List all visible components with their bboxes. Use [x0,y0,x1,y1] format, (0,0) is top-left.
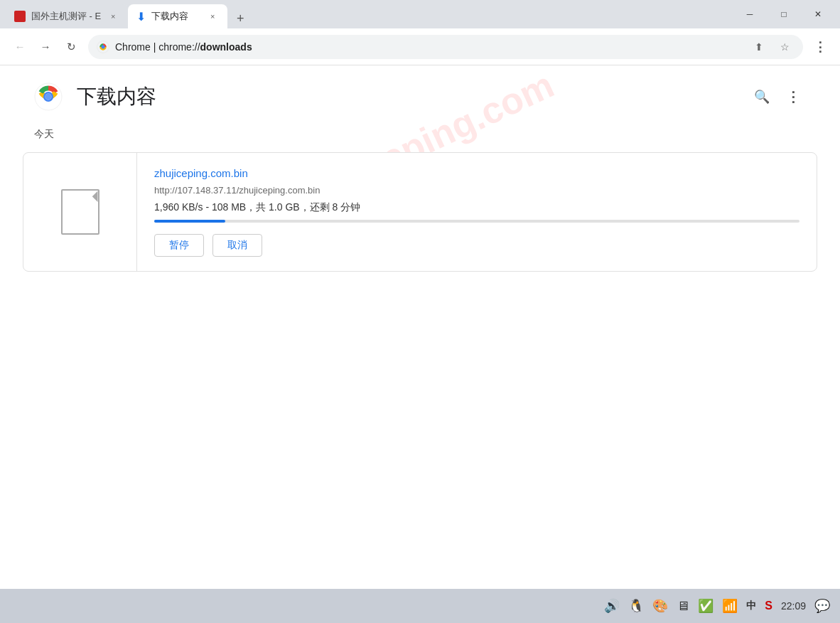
taskbar-input-method[interactable]: 中 [745,598,758,614]
address-domain: Chrome | chrome:// [115,41,200,53]
clock-time: 22:09 [781,600,806,612]
progress-bar-fill [154,220,225,223]
volume-icon: 🔊 [604,598,620,614]
section-today: 今天 [0,122,840,147]
input-method-icon: 中 [746,600,756,612]
taskbar-color[interactable]: 🎨 [651,597,669,615]
title-bar: 国外主机测评 - E × ⬇ 下载内容 × + ─ □ ✕ [0,0,840,28]
nav-bar: ← → ↻ Chrome | chrome://downloads ⬆ ☆ ⋮ [0,28,840,65]
taskbar-clock: 22:09 [780,599,807,613]
address-text: Chrome | chrome://downloads [115,41,743,53]
reload-button[interactable]: ↻ [60,36,82,58]
download-url: http://107.148.37.11/zhujiceping.com.bin [154,185,799,196]
download-file-icon-area [23,153,137,271]
qq-icon: 🐧 [628,598,644,614]
window-controls: ─ □ ✕ [733,3,834,26]
taskbar-check[interactable]: ✅ [696,597,715,615]
maximize-button[interactable]: □ [768,3,800,26]
back-button[interactable]: ← [9,36,31,58]
download-actions: 暂停 取消 [154,234,799,257]
close-button[interactable]: ✕ [802,3,834,26]
page-content: zhujiceping.com 下载内容 🔍 ⋮ [0,65,840,589]
file-icon [61,189,99,235]
address-path: downloads [200,41,252,53]
download-info: zhujiceping.com.bin http://107.148.37.11… [137,153,817,271]
wifi-icon: 📶 [722,598,738,614]
bookmark-button[interactable]: ☆ [775,37,795,57]
page-header-actions: 🔍 ⋮ [749,84,806,110]
download-status: 1,960 KB/s - 108 MB，共 1.0 GB，还剩 8 分钟 [154,201,799,214]
taskbar-qq[interactable]: 🐧 [627,597,645,615]
cancel-button[interactable]: 取消 [212,234,262,257]
page-header: 下载内容 🔍 ⋮ [0,65,840,122]
taskbar-volume[interactable]: 🔊 [603,597,621,615]
tab2-close-button[interactable]: × [206,10,219,23]
display-icon: 🖥 [677,599,689,614]
tab-1[interactable]: 国外主机测评 - E × [6,4,128,28]
tab1-favicon [14,11,26,22]
sogou-icon: S [765,600,772,612]
download-card: zhujiceping.com.bin http://107.148.37.11… [23,152,817,272]
tab1-title: 国外主机测评 - E [31,10,101,23]
check-icon: ✅ [698,598,714,614]
address-bar[interactable]: Chrome | chrome://downloads ⬆ ☆ [88,35,803,59]
new-tab-button[interactable]: + [230,9,250,28]
share-button[interactable]: ⬆ [749,37,769,57]
chrome-logo [34,82,63,111]
forward-button[interactable]: → [34,36,57,58]
taskbar-notification[interactable]: 💬 [813,597,831,615]
color-icon: 🎨 [652,598,668,614]
progress-bar-container [154,220,799,223]
menu-button[interactable]: ⋮ [809,36,831,58]
taskbar-display[interactable]: 🖥 [675,597,691,615]
tab2-favicon: ⬇ [136,10,146,23]
notification-icon: 💬 [814,598,830,614]
tab-2[interactable]: ⬇ 下载内容 × [128,4,227,28]
download-filename[interactable]: zhujiceping.com.bin [154,167,799,179]
tab2-title: 下载内容 [151,10,200,23]
svg-point-3 [102,45,105,48]
tab1-close-button[interactable]: × [107,10,119,23]
pause-button[interactable]: 暂停 [154,234,204,257]
page-title: 下载内容 [77,83,156,110]
page-header-left: 下载内容 [34,82,156,111]
chrome-address-icon [97,41,109,53]
toolbar-end: ⋮ [809,36,831,58]
page-menu-button[interactable]: ⋮ [780,84,806,110]
taskbar-sogou[interactable]: S [763,598,774,614]
taskbar: 🔊 🐧 🎨 🖥 ✅ 📶 中 S 22:09 💬 [0,589,840,623]
taskbar-wifi[interactable]: 📶 [721,597,739,615]
svg-point-7 [45,94,52,100]
search-icon-button[interactable]: 🔍 [749,84,775,110]
minimize-button[interactable]: ─ [733,3,766,26]
tabs-area: 国外主机测评 - E × ⬇ 下载内容 × + [6,0,725,28]
